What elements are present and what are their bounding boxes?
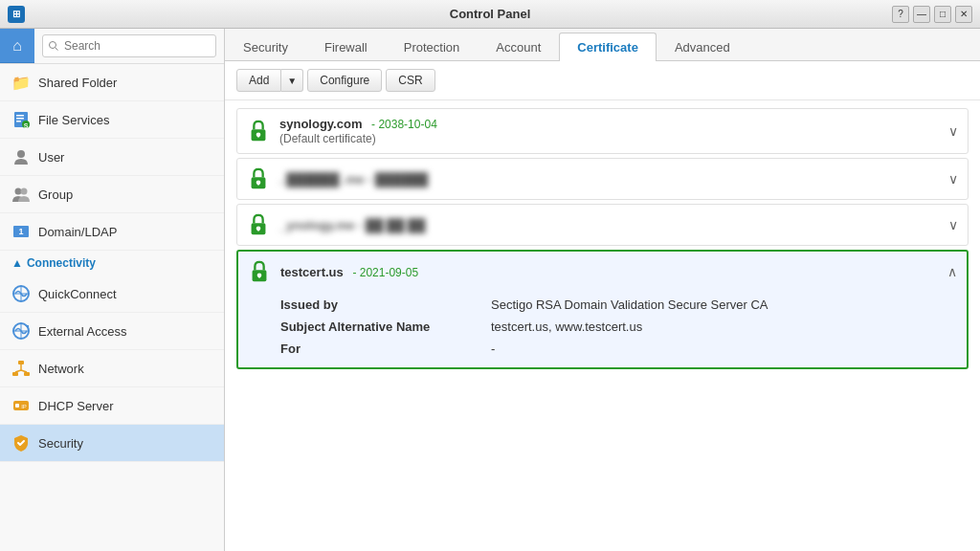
tab-advanced[interactable]: Advanced xyxy=(657,33,748,61)
svg-text:1: 1 xyxy=(18,227,23,236)
issued-by-label: Issued by xyxy=(280,298,491,312)
group-icon xyxy=(11,185,31,204)
sidebar-item-file-services[interactable]: S File Services xyxy=(0,101,224,139)
sidebar-item-network[interactable]: Network xyxy=(0,350,224,387)
cert-info-me2: _ynology.me - ██ ██ ██ xyxy=(279,218,426,232)
network-icon xyxy=(11,359,31,378)
chevron-down-icon-synology: ∨ xyxy=(948,123,958,139)
cert-row-synology-com[interactable]: synology.com - 2038-10-04 (Default certi… xyxy=(236,108,969,154)
sidebar: ⌂ 📁 Shared Folder S xyxy=(0,29,225,551)
csr-button[interactable]: CSR xyxy=(386,69,434,92)
tab-protection[interactable]: Protection xyxy=(386,33,479,61)
app-icon: ⊞ xyxy=(8,6,25,23)
cert-details-testcert: Issued by Sectigo RSA Domain Validation … xyxy=(280,294,957,360)
cert-row-header-testcert: testcert.us - 2021-09-05 ∧ xyxy=(248,259,957,284)
detail-row-issued-by: Issued by Sectigo RSA Domain Validation … xyxy=(280,294,957,316)
cert-row-header-me2: _ynology.me - ██ ██ ██ ∨ xyxy=(247,212,958,237)
tabs-bar: Security Firewall Protection Account Cer… xyxy=(225,29,980,61)
sidebar-search-row: ⌂ xyxy=(0,29,224,64)
svg-rect-20 xyxy=(24,372,30,376)
sidebar-label-security: Security xyxy=(38,436,83,451)
add-button[interactable]: Add xyxy=(236,69,281,92)
search-input[interactable] xyxy=(42,34,216,57)
titlebar: ⊞ Control Panel ? — □ ✕ xyxy=(0,0,980,29)
svg-rect-35 xyxy=(257,229,259,231)
svg-text:S: S xyxy=(24,122,29,129)
cert-info-testcert: testcert.us - 2021-09-05 xyxy=(280,265,418,279)
cert-name-synology: synology.com xyxy=(279,117,362,131)
cert-row-me-2[interactable]: _ynology.me - ██ ██ ██ ∨ xyxy=(236,204,969,246)
chevron-down-icon-me2: ∨ xyxy=(948,217,958,232)
sidebar-item-external-access[interactable]: External Access xyxy=(0,313,224,350)
window-controls: ? — □ ✕ xyxy=(892,6,972,23)
tab-account[interactable]: Account xyxy=(478,33,559,61)
sidebar-label-dhcp-server: DHCP Server xyxy=(38,399,114,413)
svg-rect-19 xyxy=(12,372,18,376)
certificate-list: synology.com - 2038-10-04 (Default certi… xyxy=(225,100,980,551)
svg-point-7 xyxy=(15,188,22,195)
chevron-up-icon: ▲ xyxy=(11,256,23,270)
sidebar-label-shared-folder: Shared Folder xyxy=(38,76,117,90)
cert-row-me-1[interactable]: . ██████ .me - ██████ ∨ xyxy=(236,158,969,200)
sidebar-item-quickconnect[interactable]: QuickConnect xyxy=(0,276,224,313)
sidebar-label-user: User xyxy=(38,150,64,165)
sidebar-item-domain-ldap[interactable]: 1 Domain/LDAP xyxy=(0,213,224,251)
sidebar-item-group[interactable]: Group xyxy=(0,176,224,213)
home-button[interactable]: ⌂ xyxy=(0,29,34,63)
svg-text:IP: IP xyxy=(21,404,27,409)
sidebar-label-group: Group xyxy=(38,187,73,202)
maximize-button[interactable]: □ xyxy=(934,6,951,23)
tab-firewall[interactable]: Firewall xyxy=(306,33,386,61)
folder-icon: 📁 xyxy=(11,73,31,92)
svg-rect-3 xyxy=(16,121,21,122)
security-icon xyxy=(11,433,31,452)
svg-rect-18 xyxy=(18,361,24,364)
add-button-group: Add ▼ xyxy=(236,69,303,92)
svg-rect-38 xyxy=(258,276,260,278)
for-label: For xyxy=(280,342,491,356)
cert-name-me2: _ynology.me - ██ ██ ██ xyxy=(279,218,426,232)
detail-row-for: For - xyxy=(280,338,957,360)
sidebar-item-security[interactable]: Security xyxy=(0,425,224,462)
sidebar-item-dhcp-server[interactable]: IP DHCP Server xyxy=(0,387,224,425)
cert-row-testcert-us[interactable]: testcert.us - 2021-09-05 ∧ Issued by Sec… xyxy=(236,250,969,369)
chevron-up-icon-testcert: ∧ xyxy=(947,264,957,279)
cert-row-header-synology: synology.com - 2038-10-04 (Default certi… xyxy=(247,117,958,145)
lock-icon-testcert xyxy=(248,259,271,284)
toolbar: Add ▼ Configure CSR xyxy=(225,61,980,100)
cert-info-me1: . ██████ .me - ██████ xyxy=(279,172,428,187)
svg-rect-25 xyxy=(15,404,19,408)
tab-certificate[interactable]: Certificate xyxy=(559,33,657,61)
external-access-icon xyxy=(11,321,31,341)
close-button[interactable]: ✕ xyxy=(955,6,972,23)
cert-info-synology: synology.com - 2038-10-04 (Default certi… xyxy=(279,117,437,145)
lock-icon-me1 xyxy=(247,166,270,191)
sidebar-label-file-services: File Services xyxy=(38,113,109,127)
home-icon: ⌂ xyxy=(12,37,22,55)
issued-by-value: Sectigo RSA Domain Validation Secure Ser… xyxy=(491,298,768,312)
help-button[interactable]: ? xyxy=(892,6,909,23)
sidebar-label-quickconnect: QuickConnect xyxy=(38,287,117,301)
cert-name-testcert: testcert.us xyxy=(280,265,344,279)
lock-icon-synology xyxy=(247,119,270,143)
minimize-button[interactable]: — xyxy=(913,6,930,23)
svg-line-22 xyxy=(15,370,21,372)
configure-button[interactable]: Configure xyxy=(307,69,382,92)
connectivity-label: Connectivity xyxy=(27,256,96,270)
quickconnect-icon xyxy=(11,284,31,303)
svg-rect-1 xyxy=(16,115,24,117)
content-area: Security Firewall Protection Account Cer… xyxy=(225,29,980,551)
sidebar-item-user[interactable]: User xyxy=(0,139,224,176)
san-label: Subject Alternative Name xyxy=(280,320,491,334)
tab-security[interactable]: Security xyxy=(225,33,306,61)
sidebar-label-network: Network xyxy=(38,362,84,376)
dhcp-icon: IP xyxy=(11,396,31,415)
add-dropdown-button[interactable]: ▼ xyxy=(281,69,303,92)
sidebar-item-shared-folder[interactable]: 📁 Shared Folder xyxy=(0,64,224,101)
cert-row-header-me1: . ██████ .me - ██████ ∨ xyxy=(247,166,958,191)
svg-rect-32 xyxy=(257,183,259,186)
san-value: testcert.us, www.testcert.us xyxy=(491,320,642,334)
sidebar-section-connectivity[interactable]: ▲ Connectivity xyxy=(0,251,224,276)
chevron-down-icon-me1: ∨ xyxy=(948,171,958,187)
svg-line-23 xyxy=(21,370,27,372)
